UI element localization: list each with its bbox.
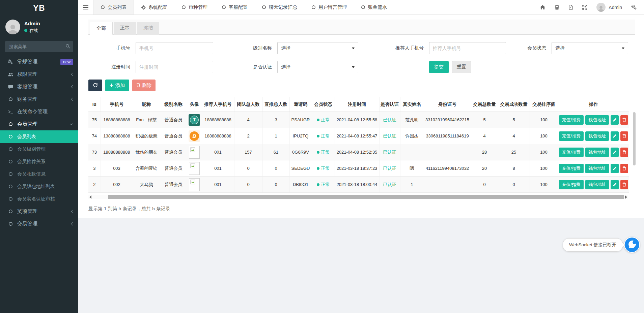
nav-tab-聊天记录汇总[interactable]: 聊天记录汇总: [255, 0, 304, 14]
cell-phone: 18888888888: [101, 144, 133, 160]
sidebar-subitem-会员钱包地址列表[interactable]: 会员钱包地址列表: [0, 180, 78, 193]
nav-tab-客服配置[interactable]: 客服配置: [215, 0, 255, 14]
sidebar-subitem-会员列表[interactable]: 会员列表: [0, 130, 78, 143]
col-verified[interactable]: 是否认证: [379, 97, 400, 112]
member-status-select[interactable]: 选择: [552, 42, 628, 54]
cell-verified: 已认证: [379, 177, 400, 193]
col-status[interactable]: 会员状态: [312, 97, 335, 112]
expand-icon[interactable]: [582, 5, 587, 10]
cell-id: 3: [88, 160, 101, 177]
col-referrer[interactable]: 推荐人手机号: [202, 97, 234, 112]
recharge-deduct-button[interactable]: 充值/扣费: [559, 164, 584, 173]
verified-select[interactable]: 选择: [277, 61, 358, 73]
col-direct[interactable]: 直推总人数: [262, 97, 289, 112]
refresh-button[interactable]: [88, 80, 102, 91]
sidebar-item-客服管理[interactable]: 客服管理: [0, 81, 78, 93]
btc-avatar: B: [189, 130, 200, 142]
sidebar-item-在线命令管理[interactable]: 在线命令管理: [0, 105, 78, 118]
col-level[interactable]: 级别名称: [160, 97, 187, 112]
cell-reg_time: 2021-04-08 12:55:47: [335, 128, 379, 144]
sidebar-item-label: 奖项管理: [17, 208, 37, 215]
sidebar-subitem-会员收款信息[interactable]: 会员收款信息: [0, 168, 78, 180]
row-delete-button[interactable]: [620, 180, 628, 189]
col-phone[interactable]: 手机号: [101, 97, 133, 112]
sidebar-item-权限管理[interactable]: 权限管理: [0, 68, 78, 81]
horizontal-scrollbar[interactable]: [88, 195, 628, 199]
reset-button[interactable]: 重置: [452, 61, 471, 73]
phone-input[interactable]: [136, 42, 213, 54]
level-select[interactable]: 选择: [277, 42, 358, 54]
nav-tab-系统配置[interactable]: 系统配置: [134, 0, 174, 14]
cell-invite: DBI0O1: [289, 177, 312, 193]
scroll-right-icon[interactable]: [625, 195, 627, 199]
wallet-address-button[interactable]: 钱包地址: [585, 115, 609, 125]
recharge-deduct-button[interactable]: 充值/扣费: [559, 115, 584, 125]
chat-bubble-button[interactable]: [624, 237, 640, 253]
cell-status: 正常: [312, 144, 335, 160]
edit-button[interactable]: [611, 115, 618, 125]
sidebar-item-常规管理[interactable]: 常规管理new: [0, 56, 78, 68]
add-button[interactable]: 添加: [105, 80, 129, 91]
submit-button[interactable]: 提交: [429, 61, 449, 73]
nav-tab-用户留言管理[interactable]: 用户留言管理: [304, 0, 354, 14]
scroll-left-icon[interactable]: [89, 195, 91, 199]
home-icon[interactable]: [540, 5, 545, 10]
regtime-input[interactable]: [136, 61, 213, 73]
sidebar-subitem-会员级别管理[interactable]: 会员级别管理: [0, 143, 78, 155]
nav-tab-label: 系统配置: [148, 4, 167, 10]
navbar-user[interactable]: Admin: [596, 3, 622, 12]
row-delete-button[interactable]: [620, 164, 628, 173]
menu-search-input[interactable]: [5, 41, 73, 52]
col-id_card[interactable]: 身份证号: [424, 97, 471, 112]
col-avatar[interactable]: 头像: [187, 97, 202, 112]
row-delete-button[interactable]: [620, 131, 628, 141]
col-trade_sort[interactable]: 交易排序值: [530, 97, 558, 112]
sidebar-item-奖项管理[interactable]: 奖项管理: [0, 205, 78, 218]
status-tab-冻结[interactable]: 冻结: [137, 22, 159, 35]
col-trade_total[interactable]: 交易总数量: [471, 97, 498, 112]
col-actions[interactable]: 操作: [558, 97, 629, 112]
edit-button[interactable]: [611, 131, 618, 141]
recharge-deduct-button[interactable]: 充值/扣费: [559, 180, 584, 189]
sidebar-subitem-label: 会员列表: [17, 134, 36, 140]
edit-button[interactable]: [611, 164, 618, 173]
row-delete-button[interactable]: [620, 115, 628, 125]
scrollbar-thumb[interactable]: [108, 195, 624, 199]
status-tab-正常[interactable]: 正常: [114, 22, 136, 35]
trash-icon[interactable]: [555, 5, 559, 10]
col-reg_time[interactable]: 注册时间: [335, 97, 379, 112]
recharge-deduct-button[interactable]: 充值/扣费: [559, 148, 584, 157]
delete-button[interactable]: 删除: [132, 80, 156, 91]
referrer-input[interactable]: [429, 42, 506, 54]
gears-icon[interactable]: [631, 5, 637, 10]
recharge-deduct-button[interactable]: 充值/扣费: [559, 131, 584, 141]
wallet-address-button[interactable]: 钱包地址: [585, 131, 609, 141]
sidebar-subitem-会员实名认证审核[interactable]: 会员实名认证审核: [0, 193, 78, 205]
col-real_name[interactable]: 真实姓名: [400, 97, 424, 112]
file-icon[interactable]: [568, 5, 573, 10]
col-id[interactable]: Id: [88, 97, 101, 112]
edit-button[interactable]: [611, 148, 618, 157]
sidebar-toggle-icon[interactable]: [78, 0, 93, 14]
edit-button[interactable]: [611, 180, 618, 189]
sidebar-item-财务管理[interactable]: 财务管理: [0, 93, 78, 105]
plus-icon: [110, 83, 114, 88]
row-delete-button[interactable]: [620, 148, 628, 157]
sidebar-item-交易管理[interactable]: 交易管理: [0, 218, 78, 230]
col-trade_ok[interactable]: 交易成功数量: [498, 97, 530, 112]
col-invite[interactable]: 邀请码: [289, 97, 312, 112]
col-team[interactable]: 团队总人数: [234, 97, 262, 112]
search-icon[interactable]: [65, 44, 70, 50]
vertical-scrollbar[interactable]: [633, 112, 636, 165]
sidebar-submenu: 会员列表会员级别管理会员推荐关系会员收款信息会员钱包地址列表会员实名认证审核: [0, 130, 78, 205]
sidebar-subitem-会员推荐关系[interactable]: 会员推荐关系: [0, 155, 78, 168]
sidebar-item-会员管理[interactable]: 会员管理: [0, 118, 78, 130]
nav-tab-会员列表[interactable]: 会员列表: [93, 0, 134, 14]
nav-tab-币种管理[interactable]: 币种管理: [174, 0, 215, 14]
nav-tab-账单流水[interactable]: 账单流水: [354, 0, 394, 14]
col-nickname[interactable]: 昵称: [133, 97, 160, 112]
wallet-address-button[interactable]: 钱包地址: [585, 148, 609, 157]
status-tab-全部[interactable]: 全部: [90, 22, 113, 35]
wallet-address-button[interactable]: 钱包地址: [585, 180, 609, 189]
wallet-address-button[interactable]: 钱包地址: [585, 164, 609, 173]
